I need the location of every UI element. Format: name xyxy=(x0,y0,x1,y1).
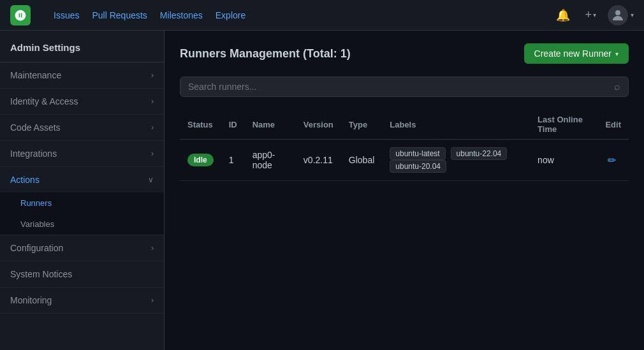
create-runner-caret-icon: ▾ xyxy=(615,50,618,57)
main-header: Runners Management (Total: 1) Create new… xyxy=(180,43,629,64)
col-version: Version xyxy=(296,110,341,140)
user-menu[interactable]: ▾ xyxy=(608,5,634,26)
create-runner-button[interactable]: Create new Runner ▾ xyxy=(524,43,629,64)
runner-version: v0.2.11 xyxy=(296,140,341,181)
runner-last-online: now xyxy=(530,140,597,181)
runner-edit-cell: ✏ xyxy=(597,140,629,181)
sidebar-item-actions-label: Actions xyxy=(10,175,40,185)
runner-status: Idle xyxy=(180,140,221,181)
runner-type: Global xyxy=(341,140,382,181)
sidebar-item-actions[interactable]: Actions ∨ xyxy=(0,167,164,193)
nav-pull-requests[interactable]: Pull Requests xyxy=(87,8,152,23)
svg-point-0 xyxy=(615,10,620,15)
sidebar-item-integrations-label: Integrations xyxy=(10,149,57,159)
table-header: Status ID Name Version Type Labels Last … xyxy=(180,110,629,140)
chevron-right-icon: › xyxy=(151,71,154,80)
sidebar-item-notices-label: System Notices xyxy=(10,269,72,279)
topnav-links: Issues Pull Requests Milestones Explore xyxy=(48,8,540,23)
status-badge: Idle xyxy=(187,154,214,166)
sidebar-item-code-label: Code Assets xyxy=(10,122,61,133)
runner-labels: ubuntu-latest ubuntu-22.04 ubuntu-20.04 xyxy=(382,140,530,181)
sidebar-title: Admin Settings xyxy=(0,31,164,62)
nav-explore[interactable]: Explore xyxy=(210,8,251,23)
layout: Admin Settings Maintenance › Identity & … xyxy=(0,31,644,350)
edit-runner-button[interactable]: ✏ xyxy=(605,152,618,169)
chevron-right-icon: › xyxy=(151,296,154,305)
sidebar-item-maintenance[interactable]: Maintenance › xyxy=(0,62,164,89)
col-name: Name xyxy=(245,110,296,140)
user-avatar xyxy=(608,5,628,26)
topnav: Issues Pull Requests Milestones Explore … xyxy=(0,0,644,31)
sidebar-item-system-notices[interactable]: System Notices xyxy=(0,261,164,288)
chevron-right-icon: › xyxy=(151,97,154,106)
runner-id: 1 xyxy=(221,140,245,181)
col-last-online: Last Online Time xyxy=(530,110,597,140)
chevron-right-icon: › xyxy=(151,244,154,252)
page-title: Runners Management (Total: 1) xyxy=(180,47,351,61)
nav-issues[interactable]: Issues xyxy=(48,8,84,23)
sidebar-item-monitoring[interactable]: Monitoring › xyxy=(0,288,164,314)
sidebar-item-maintenance-label: Maintenance xyxy=(10,70,61,80)
label-ubuntu-2004: ubuntu-20.04 xyxy=(390,160,446,173)
plus-icon: + xyxy=(585,8,592,22)
search-icon: ⌕ xyxy=(614,81,620,92)
logo[interactable] xyxy=(10,5,31,26)
sidebar-actions-submenu: Runners Variables xyxy=(0,193,164,235)
user-chevron-icon: ▾ xyxy=(631,11,634,18)
col-id: ID xyxy=(221,110,245,140)
create-button[interactable]: + ▾ xyxy=(581,6,600,24)
edit-pencil-icon: ✏ xyxy=(608,155,616,166)
col-type: Type xyxy=(341,110,382,140)
sidebar-item-monitoring-label: Monitoring xyxy=(10,295,52,305)
create-runner-label: Create new Runner xyxy=(534,48,611,59)
runner-name: app0-node xyxy=(245,140,296,181)
col-labels: Labels xyxy=(382,110,530,140)
sidebar-item-configuration[interactable]: Configuration › xyxy=(0,235,164,261)
search-bar: ⌕ xyxy=(180,77,629,97)
sidebar: Admin Settings Maintenance › Identity & … xyxy=(0,31,165,350)
sidebar-item-variables[interactable]: Variables xyxy=(0,214,164,235)
sidebar-item-identity-access[interactable]: Identity & Access › xyxy=(0,89,164,115)
sidebar-item-identity-label: Identity & Access xyxy=(10,96,78,106)
search-input[interactable] xyxy=(188,82,609,92)
table-row: Idle 1 app0-node v0.2.11 Global ubuntu-l… xyxy=(180,140,629,181)
table-body: Idle 1 app0-node v0.2.11 Global ubuntu-l… xyxy=(180,140,629,181)
label-ubuntu-latest: ubuntu-latest xyxy=(390,147,445,160)
topnav-actions: 🔔 + ▾ ▾ xyxy=(553,5,634,26)
sidebar-item-runners[interactable]: Runners xyxy=(0,193,164,214)
create-chevron-icon: ▾ xyxy=(593,11,596,18)
col-status: Status xyxy=(180,110,221,140)
nav-milestones[interactable]: Milestones xyxy=(155,8,208,23)
label-ubuntu-2204: ubuntu-22.04 xyxy=(451,147,508,160)
main-content: Runners Management (Total: 1) Create new… xyxy=(165,31,644,350)
sidebar-item-config-label: Configuration xyxy=(10,243,63,253)
runners-table: Status ID Name Version Type Labels Last … xyxy=(180,110,629,181)
chevron-right-icon: › xyxy=(151,149,154,158)
notifications-button[interactable]: 🔔 xyxy=(553,5,573,26)
sidebar-item-integrations[interactable]: Integrations › xyxy=(0,141,164,167)
col-edit: Edit xyxy=(597,110,629,140)
chevron-down-icon: ∨ xyxy=(148,175,154,184)
chevron-right-icon: › xyxy=(151,123,154,132)
sidebar-item-code-assets[interactable]: Code Assets › xyxy=(0,115,164,141)
